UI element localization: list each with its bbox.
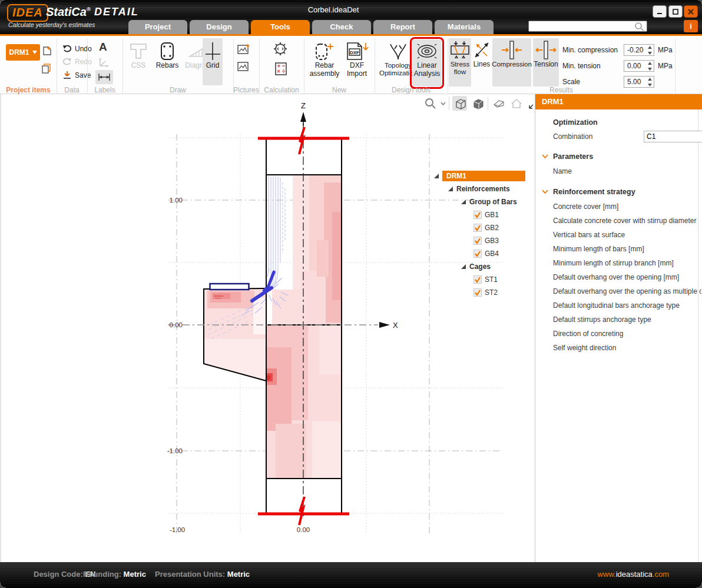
optimization-header: Optimization <box>553 118 701 127</box>
tree-item-label: GB2 <box>485 224 499 232</box>
linear-analysis-button[interactable]: Linear Analysis <box>412 39 442 87</box>
text-label-icon[interactable]: A <box>99 41 107 54</box>
expander-icon[interactable] <box>461 199 466 205</box>
close-button[interactable] <box>684 5 698 18</box>
wireframe-view-button[interactable] <box>452 96 467 111</box>
expander-icon[interactable] <box>461 264 466 270</box>
dimension-label-button[interactable] <box>95 70 113 84</box>
tree-item-st1[interactable]: ST1 <box>433 273 525 286</box>
tree-item-label: Cages <box>469 263 491 271</box>
linear-analysis-icon <box>415 42 439 61</box>
add-picture-icon[interactable] <box>237 43 251 55</box>
strategy-item: Default overhang over the opening as mul… <box>553 287 701 295</box>
checkbox-checked[interactable] <box>473 237 482 245</box>
search-input[interactable] <box>529 22 634 31</box>
calculation-settings-icon[interactable] <box>272 41 289 57</box>
tab-project[interactable]: Project <box>128 20 187 34</box>
spinner-arrows-icon[interactable] <box>647 45 653 55</box>
section-label-calculation: Calculation <box>259 86 304 94</box>
min-tension-label: Min. tension <box>562 62 621 70</box>
tree-item-gb2[interactable]: GB2 <box>433 221 525 234</box>
dxf-import-icon: DXF <box>345 42 369 61</box>
parameters-header[interactable]: Parameters <box>553 152 701 161</box>
combination-input[interactable] <box>644 131 702 142</box>
rounding-setting[interactable]: Rounding: Metric <box>83 570 146 579</box>
strategy-item: Default overhang over the opening [mm] <box>553 273 701 281</box>
checkbox-checked[interactable] <box>473 250 482 258</box>
document-title: Corbel.ideaDet <box>257 5 410 14</box>
home-view-button[interactable] <box>509 96 524 111</box>
checkbox-checked[interactable] <box>473 224 482 232</box>
project-item-selector[interactable]: DRM1 <box>6 44 40 61</box>
add-project-item-icon[interactable] <box>42 45 52 56</box>
checkbox-checked[interactable] <box>473 288 482 297</box>
minimize-button[interactable] <box>653 5 667 18</box>
rebar-assembly-button[interactable]: Rebar assembly <box>307 41 342 78</box>
save-icon <box>62 71 72 79</box>
tab-check[interactable]: Check <box>312 20 371 34</box>
picture-icon[interactable] <box>237 61 251 72</box>
x-axis-label: X <box>393 321 398 330</box>
expander-icon[interactable] <box>448 186 453 192</box>
tree-item-reinforcements[interactable]: Reinforcements <box>433 182 525 195</box>
tab-tools[interactable]: Tools <box>251 20 310 34</box>
checkbox-checked[interactable] <box>473 211 482 219</box>
ribbon-separator <box>57 39 57 93</box>
clip-view-button[interactable] <box>491 96 506 111</box>
tree-item-gb4[interactable]: GB4 <box>433 247 525 260</box>
maximize-button[interactable] <box>668 5 683 18</box>
reinforcement-strategy-header[interactable]: Reinforcement strategy <box>553 188 701 196</box>
expander-icon[interactable] <box>433 173 439 179</box>
status-bar: Design Code: EN Rounding: Metric Present… <box>0 562 702 588</box>
maximize-icon <box>672 8 679 15</box>
section-label-design-tools: Design tools <box>375 86 448 94</box>
stress-flow-button[interactable]: Stress flow <box>449 38 471 87</box>
zoom-tool-button[interactable] <box>423 96 438 111</box>
tension-button[interactable]: Tension <box>533 38 559 87</box>
solid-view-button[interactable] <box>470 96 485 111</box>
svg-text:1.00: 1.00 <box>170 197 183 204</box>
section-label-new: New <box>304 86 375 94</box>
tree-item-gb1[interactable]: GB1 <box>433 208 525 221</box>
section-label-data: Data <box>57 86 87 94</box>
website-link[interactable]: www.ideastatica.com <box>598 570 669 579</box>
clip-plane-icon <box>492 98 505 109</box>
tab-materials[interactable]: Materials <box>435 20 494 34</box>
calculator-icon[interactable] <box>274 62 287 76</box>
spinner-arrows-icon[interactable] <box>647 61 653 71</box>
min-tension-input[interactable]: 0.00 <box>624 60 654 72</box>
drawing-canvas[interactable]: Z X 1.00 0.00 -1.00 -1.00 0.00 <box>0 94 535 562</box>
strategy-item: Default stirrups anchorage type <box>553 315 701 324</box>
tree-item-st2[interactable]: ST2 <box>433 286 525 299</box>
grid-button[interactable]: Grid <box>203 38 223 85</box>
collapse-chevron-icon[interactable] <box>542 190 548 194</box>
rebars-button[interactable]: Rebars <box>153 41 181 70</box>
collapse-chevron-icon[interactable] <box>542 154 548 158</box>
tab-report[interactable]: Report <box>373 20 432 34</box>
stress-plot: Z X 1.00 0.00 -1.00 -1.00 0.00 <box>1 94 535 562</box>
tagline: Calculate yesterday's estimates <box>8 21 95 28</box>
dxf-import-button[interactable]: DXF DXF Import <box>343 41 371 78</box>
presentation-units-setting[interactable]: Presentation Units: Metric <box>155 570 250 579</box>
compression-button[interactable]: Compression <box>492 38 531 87</box>
tab-design[interactable]: Design <box>190 20 249 34</box>
tree-item-cages[interactable]: Cages <box>433 260 525 273</box>
lines-button[interactable]: Lines <box>472 38 492 69</box>
zoom-dropdown-icon[interactable] <box>441 102 446 105</box>
info-button[interactable]: i <box>684 20 698 32</box>
tree-item-gb3[interactable]: GB3 <box>433 234 525 247</box>
toolbar-divider <box>449 97 449 110</box>
tree-item-label: ST1 <box>485 275 498 284</box>
properties-panel-header: DRM1 <box>535 94 702 109</box>
min-compression-input[interactable]: -0.20 <box>624 44 654 56</box>
svg-text:DXF: DXF <box>350 50 359 55</box>
ribbon: DRM1 Project items Undo Redo Save Data <box>0 34 702 94</box>
section-label-project-items: Project items <box>0 86 57 94</box>
tree-item-group-of-bars[interactable]: Group of Bars <box>433 195 525 208</box>
ribbon-separator <box>259 39 260 93</box>
tree-item-drm1[interactable]: DRM1 <box>433 170 525 182</box>
duplicate-item-icon[interactable] <box>41 63 51 74</box>
view-toolbar <box>423 96 541 111</box>
svg-text:-1.00: -1.00 <box>170 526 185 533</box>
checkbox-checked[interactable] <box>473 275 482 284</box>
